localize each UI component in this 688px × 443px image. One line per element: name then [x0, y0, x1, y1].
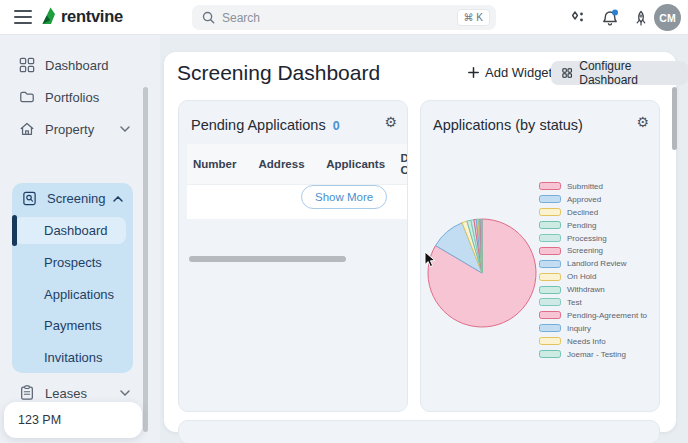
widget-settings-gear-icon[interactable]: ⚙	[636, 115, 649, 129]
sidebar-item-property[interactable]: Property	[10, 115, 138, 143]
sidebar-subitem-payments[interactable]: Payments	[14, 312, 126, 339]
legend-item-pending-agreement-to[interactable]: Pending-Agreement to	[539, 309, 657, 322]
add-widget-button[interactable]: Add Widget	[468, 65, 552, 80]
legend-item-needs-info[interactable]: Needs Info	[539, 335, 657, 348]
pending-count-badge: 0	[333, 119, 340, 133]
pending-applications-widget: Pending Applications 0 ⚙ Number Address …	[178, 100, 408, 412]
rocket-icon[interactable]	[631, 8, 651, 28]
legend-item-test[interactable]: Test	[539, 296, 657, 309]
plus-icon	[468, 67, 479, 78]
legend-label: Landlord Review	[567, 259, 627, 268]
search-input[interactable]: Search ⌘ K	[192, 5, 496, 30]
ai-sparkle-icon[interactable]	[568, 8, 588, 28]
folder-icon	[19, 89, 35, 105]
widget-title: Applications (by status)	[433, 117, 583, 133]
column-header-date-created[interactable]: Date Created	[395, 144, 408, 185]
legend-label: On Hold	[567, 272, 596, 281]
search-shortcut: ⌘ K	[457, 9, 490, 26]
column-header-number[interactable]: Number	[187, 144, 253, 185]
sidebar: Dashboard Portfolios Property Screening …	[0, 35, 160, 443]
legend-swatch	[539, 298, 561, 306]
chevron-down-icon	[120, 390, 130, 396]
legend-label: Joemar - Testing	[567, 350, 626, 359]
legend-label: Needs Info	[567, 337, 606, 346]
legend-label: Test	[567, 298, 582, 307]
sidebar-item-portfolios[interactable]: Portfolios	[10, 83, 138, 111]
main-scrollbar[interactable]	[672, 87, 677, 150]
document-search-icon	[22, 191, 37, 206]
menu-icon[interactable]	[14, 10, 32, 24]
legend-item-inquiry[interactable]: Inquiry	[539, 322, 657, 335]
legend-item-withdrawn[interactable]: Withdrawn	[539, 283, 657, 296]
column-header-applicants[interactable]: Applicants	[320, 144, 394, 185]
applications-by-status-widget: Applications (by status) ⚙ SubmittedAppr…	[420, 100, 660, 412]
sidebar-subitem-invitations[interactable]: Invitations	[14, 344, 126, 371]
legend-swatch	[539, 221, 561, 229]
legend-swatch	[539, 260, 561, 268]
mouse-cursor	[424, 251, 436, 268]
chevron-down-icon	[120, 126, 130, 132]
grid-icon	[19, 57, 35, 73]
widget-settings-gear-icon[interactable]: ⚙	[384, 115, 397, 129]
user-avatar[interactable]: CM	[654, 4, 681, 31]
legend-item-landlord-review[interactable]: Landlord Review	[539, 257, 657, 270]
legend-swatch	[539, 324, 561, 332]
legend-item-joemar-testing[interactable]: Joemar - Testing	[539, 348, 657, 361]
sidebar-subitem-applications[interactable]: Applications	[14, 281, 126, 308]
legend-swatch	[539, 286, 561, 294]
legend-item-processing[interactable]: Processing	[539, 232, 657, 245]
sidebar-subitem-prospects[interactable]: Prospects	[14, 249, 126, 276]
legend-swatch	[539, 311, 561, 319]
search-icon	[202, 11, 215, 24]
time-label: 123 PM	[18, 413, 61, 427]
search-placeholder: Search	[222, 11, 457, 25]
sidebar-item-label: Screening	[47, 191, 106, 206]
legend-swatch	[539, 273, 561, 281]
notification-dot	[612, 9, 618, 15]
time-card: 123 PM	[4, 402, 142, 438]
legend-swatch	[539, 182, 561, 190]
legend-item-pending[interactable]: Pending	[539, 219, 657, 232]
legend-item-approved[interactable]: Approved	[539, 193, 657, 206]
active-indicator	[12, 215, 17, 246]
sidebar-item-screening[interactable]: Screening	[12, 185, 133, 212]
table-horizontal-scrollbar[interactable]	[189, 256, 346, 262]
legend-swatch	[539, 208, 561, 216]
rentvine-logo[interactable]: rentvine	[40, 6, 123, 26]
logo-text: rentvine	[61, 7, 123, 26]
chart-legend: SubmittedApprovedDeclinedPendingProcessi…	[539, 180, 657, 360]
chevron-up-icon	[113, 196, 123, 202]
next-widget-peek	[178, 420, 660, 443]
sidebar-item-label: Dashboard	[45, 58, 109, 73]
sidebar-item-dashboard[interactable]: Dashboard	[10, 51, 138, 79]
legend-item-declined[interactable]: Declined	[539, 206, 657, 219]
sidebar-item-label: Portfolios	[45, 90, 99, 105]
legend-swatch	[539, 337, 561, 345]
legend-label: Withdrawn	[567, 285, 605, 294]
sidebar-item-label: Property	[45, 122, 94, 137]
house-icon	[19, 121, 35, 137]
legend-item-screening[interactable]: Screening	[539, 244, 657, 257]
legend-swatch	[539, 350, 561, 358]
legend-label: Processing	[567, 234, 607, 243]
legend-swatch	[539, 234, 561, 242]
notifications-bell-icon[interactable]	[600, 8, 620, 28]
legend-label: Pending-Agreement to	[567, 311, 647, 320]
configure-dashboard-button[interactable]: Configure Dashboard	[551, 61, 688, 85]
rentvine-logo-icon	[40, 6, 57, 26]
sidebar-item-label: Leases	[45, 386, 87, 401]
legend-item-submitted[interactable]: Submitted	[539, 180, 657, 193]
legend-swatch	[539, 195, 561, 203]
sidebar-scrollbar[interactable]	[143, 87, 148, 432]
legend-label: Pending	[567, 221, 596, 230]
topbar: rentvine Search ⌘ K CM	[0, 0, 688, 35]
legend-swatch	[539, 247, 561, 255]
grid-icon	[562, 67, 572, 79]
legend-label: Submitted	[567, 182, 603, 191]
column-header-address[interactable]: Address	[253, 144, 321, 185]
widget-title: Pending Applications 0	[191, 117, 340, 133]
show-more-button[interactable]: Show More	[301, 185, 387, 209]
sidebar-subitem-dashboard[interactable]: Dashboard	[14, 217, 126, 244]
legend-label: Approved	[567, 195, 601, 204]
legend-item-on-hold[interactable]: On Hold	[539, 270, 657, 283]
